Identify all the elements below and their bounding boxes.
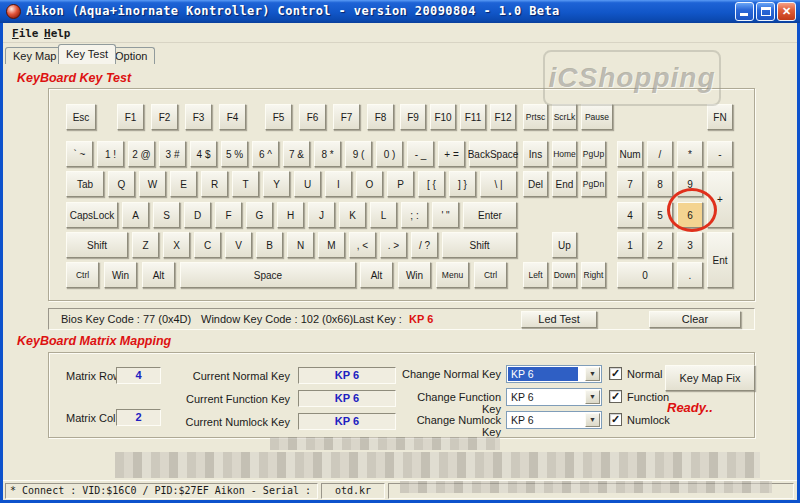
key-left[interactable]: Left bbox=[523, 262, 548, 288]
key-capslock[interactable]: CapsLock bbox=[66, 202, 118, 228]
change-numlock-key-combo[interactable]: KP 6 ▼ bbox=[506, 411, 602, 429]
clear-button[interactable]: Clear bbox=[649, 311, 741, 328]
change-normal-key-combo[interactable]: KP 6 ▼ bbox=[506, 365, 602, 383]
key-space[interactable]: Space bbox=[180, 262, 356, 288]
led-test-button[interactable]: Led Test bbox=[521, 311, 597, 328]
key-6[interactable]: 6 bbox=[677, 202, 703, 228]
key-w[interactable]: W bbox=[139, 171, 166, 197]
key-win[interactable]: Win bbox=[398, 262, 431, 288]
dropdown-arrow-icon[interactable]: ▼ bbox=[585, 413, 600, 427]
key-enter[interactable]: Enter bbox=[463, 202, 517, 228]
maximize-button[interactable] bbox=[756, 2, 775, 21]
key-5[interactable]: 5 % bbox=[221, 141, 248, 167]
key-scrlk[interactable]: ScrLk bbox=[552, 104, 577, 130]
key-home[interactable]: Home bbox=[552, 141, 577, 167]
close-button[interactable]: ✕ bbox=[777, 2, 796, 21]
key-f7[interactable]: F7 bbox=[333, 104, 360, 130]
key-sym[interactable]: . bbox=[677, 262, 703, 288]
key-2[interactable]: 2 bbox=[647, 232, 673, 258]
key-ctrl[interactable]: Ctrl bbox=[66, 262, 99, 288]
key-f1[interactable]: F1 bbox=[117, 104, 144, 130]
key-e[interactable]: E bbox=[170, 171, 197, 197]
normal-checkbox[interactable]: ✓ bbox=[609, 367, 622, 380]
key-sym[interactable]: + bbox=[707, 171, 733, 228]
key-8[interactable]: 8 * bbox=[314, 141, 341, 167]
key-pause[interactable]: Pause bbox=[581, 104, 613, 130]
key-f10[interactable]: F10 bbox=[430, 104, 456, 130]
key-d[interactable]: D bbox=[184, 202, 211, 228]
key-x[interactable]: X bbox=[163, 232, 190, 258]
key-8[interactable]: 8 bbox=[647, 171, 673, 197]
key-5[interactable]: 5 bbox=[647, 202, 673, 228]
key-1[interactable]: 1 bbox=[617, 232, 643, 258]
key-4[interactable]: 4 bbox=[617, 202, 643, 228]
key-6[interactable]: 6 ^ bbox=[252, 141, 279, 167]
key-backspace[interactable]: BackSpace bbox=[469, 141, 517, 167]
key-0[interactable]: 0 ) bbox=[376, 141, 403, 167]
key-n[interactable]: N bbox=[287, 232, 314, 258]
dropdown-arrow-icon[interactable]: ▼ bbox=[585, 367, 600, 381]
key-sym[interactable]: ] } bbox=[449, 171, 476, 197]
key-3[interactable]: 3 # bbox=[159, 141, 186, 167]
key-sym[interactable]: + = bbox=[438, 141, 465, 167]
key-3[interactable]: 3 bbox=[677, 232, 703, 258]
minimize-button[interactable] bbox=[735, 2, 754, 21]
key-esc[interactable]: Esc bbox=[66, 104, 96, 130]
key-t[interactable]: T bbox=[232, 171, 259, 197]
key-shift[interactable]: Shift bbox=[66, 232, 128, 258]
key-4[interactable]: 4 $ bbox=[190, 141, 217, 167]
key-p[interactable]: P bbox=[387, 171, 414, 197]
key-sym[interactable]: / ? bbox=[411, 232, 438, 258]
key-map-fix-button[interactable]: Key Map Fix bbox=[665, 365, 755, 391]
key-win[interactable]: Win bbox=[104, 262, 137, 288]
key-v[interactable]: V bbox=[225, 232, 252, 258]
key-0[interactable]: 0 bbox=[617, 262, 673, 288]
key-right[interactable]: Right bbox=[581, 262, 606, 288]
key-h[interactable]: H bbox=[277, 202, 304, 228]
numlock-checkbox[interactable]: ✓ bbox=[609, 413, 622, 426]
key-b[interactable]: B bbox=[256, 232, 283, 258]
title-bar[interactable]: Aikon (Aqua+inornate Kontroller) Control… bbox=[0, 0, 800, 23]
function-checkbox[interactable]: ✓ bbox=[609, 390, 622, 403]
change-function-key-combo[interactable]: KP 6 ▼ bbox=[506, 388, 602, 406]
key-r[interactable]: R bbox=[201, 171, 228, 197]
key-sym[interactable]: - _ bbox=[407, 141, 434, 167]
key-f12[interactable]: F12 bbox=[490, 104, 516, 130]
key-2[interactable]: 2 @ bbox=[128, 141, 155, 167]
key-del[interactable]: Del bbox=[523, 171, 548, 197]
key-prtsc[interactable]: Prtsc bbox=[523, 104, 548, 130]
menu-help[interactable]: Help bbox=[40, 26, 75, 41]
key-u[interactable]: U bbox=[294, 171, 321, 197]
key-fn[interactable]: FN bbox=[707, 104, 733, 130]
key-pgup[interactable]: PgUp bbox=[581, 141, 606, 167]
key-g[interactable]: G bbox=[246, 202, 273, 228]
key-sym[interactable]: ' " bbox=[432, 202, 459, 228]
key-l[interactable]: L bbox=[370, 202, 397, 228]
key-down[interactable]: Down bbox=[552, 262, 577, 288]
key-f11[interactable]: F11 bbox=[460, 104, 486, 130]
key-sym[interactable]: ` ~ bbox=[66, 141, 93, 167]
key-y[interactable]: Y bbox=[263, 171, 290, 197]
key-menu[interactable]: Menu bbox=[436, 262, 469, 288]
key-f9[interactable]: F9 bbox=[400, 104, 426, 130]
key-f8[interactable]: F8 bbox=[367, 104, 394, 130]
key-7[interactable]: 7 bbox=[617, 171, 643, 197]
key-alt[interactable]: Alt bbox=[142, 262, 175, 288]
key-sym[interactable]: [ { bbox=[418, 171, 445, 197]
key-f4[interactable]: F4 bbox=[219, 104, 246, 130]
key-f3[interactable]: F3 bbox=[185, 104, 212, 130]
key-j[interactable]: J bbox=[308, 202, 335, 228]
key-s[interactable]: S bbox=[153, 202, 180, 228]
key-ins[interactable]: Ins bbox=[523, 141, 548, 167]
key-f[interactable]: F bbox=[215, 202, 242, 228]
key-i[interactable]: I bbox=[325, 171, 352, 197]
key-ctrl[interactable]: Ctrl bbox=[474, 262, 507, 288]
key-k[interactable]: K bbox=[339, 202, 366, 228]
key-f2[interactable]: F2 bbox=[151, 104, 178, 130]
key-a[interactable]: A bbox=[122, 202, 149, 228]
key-1[interactable]: 1 ! bbox=[97, 141, 124, 167]
key-q[interactable]: Q bbox=[108, 171, 135, 197]
key-c[interactable]: C bbox=[194, 232, 221, 258]
key-ent[interactable]: Ent bbox=[707, 232, 733, 288]
key-9[interactable]: 9 bbox=[677, 171, 703, 197]
